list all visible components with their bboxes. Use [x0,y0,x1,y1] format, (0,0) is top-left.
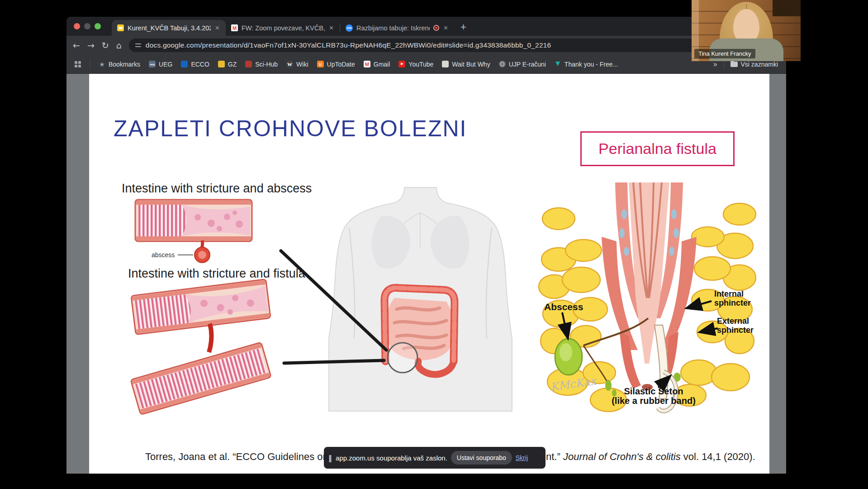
citation-journal: Journal of Crohn's & colitis [563,451,681,462]
home-icon[interactable]: ⌂ [116,41,122,50]
bookmark-label: Wait But Why [452,61,490,68]
new-tab-button[interactable]: + [460,21,466,33]
tab-close-icon[interactable]: × [443,24,449,32]
gmail-favicon: M [364,61,370,67]
google-slides-icon [117,24,124,31]
tab-recording-icon [433,25,439,31]
ecco-favicon [181,61,188,67]
external-sphincter-label-2: sphincter [717,326,754,335]
bookmark-ujp[interactable]: UJP E-računi [499,61,546,68]
pause-icon[interactable]: ‖ [328,454,332,462]
cabinet [773,0,801,16]
bookmark-label: Wiki [296,61,308,68]
browser-window: Kurent_KVČB Tabuji, 3.4.202 × M FW: Zoom… [66,17,786,474]
address-bar[interactable]: docs.google.com/presentation/d/1vaoFn7of… [129,38,780,52]
wiki-favicon: W [286,61,293,67]
participant-name-label: Tina Kurent Francky [694,49,755,58]
tab-strip: Kurent_KVČB Tabuji, 3.4.202 × M FW: Zoom… [66,17,786,36]
tab-label: Kurent_KVČB Tabuji, 3.4.202 [128,24,211,32]
tab-zoom[interactable]: zm Razbijamo tabuje: Iskreno × [340,20,454,36]
star-icon: ★ [99,61,105,67]
all-bookmarks-label: Vsi zaznamki [741,61,778,68]
close-window-button[interactable] [74,23,80,29]
reload-icon[interactable]: ↻ [102,41,109,50]
ueg-favicon: ueg [149,61,156,67]
screen-share-stage: Kurent_KVČB Tabuji, 3.4.202 × M FW: Zoom… [0,0,868,489]
bookmark-bookmarks[interactable]: ★ Bookmarks [99,61,140,68]
bookmark-label: Thank you - Free... [564,61,618,68]
bookmark-ecco[interactable]: ECCO [181,61,209,68]
gz-favicon [218,61,225,67]
bookmark-youtube[interactable]: YouTube [398,61,433,68]
tab-label: Razbijamo tabuje: Iskreno [356,24,430,32]
abscess-label: Abscess [544,302,583,312]
thankyou-favicon [555,61,561,67]
share-message: app.zoom.us souporablja vaš zaslon. [336,454,447,462]
bookmark-waitbutwhy[interactable]: Wait But Why [442,61,490,68]
waitbutwhy-favicon [442,61,449,67]
browser-content: ZAPLETI CROHNOVE BOLEZNI Perianalna fist… [66,74,786,474]
bookmark-wiki[interactable]: W Wiki [286,61,308,68]
seton-label-2: (like a rubber band) [612,396,696,406]
bookmark-label: ECCO [191,61,209,68]
seton-label-1: Silastic Seton [624,386,683,396]
internal-sphincter-label-2: sphincter [714,298,751,307]
scihub-favicon [245,61,252,67]
internal-sphincter-label-1: Internal [714,289,744,298]
citation-right-prefix: nt.” [546,451,563,462]
bookmarks-overflow-icon[interactable]: » [713,60,717,68]
bookmark-scihub[interactable]: Sci-Hub [245,61,278,68]
tab-close-icon[interactable]: × [214,24,220,32]
citation-left: Torres, Joana et al. “ECCO Guidelines on [145,451,328,463]
external-sphincter-label-1: External [717,316,749,326]
ujp-favicon [499,61,506,67]
bookmark-label: Sci-Hub [255,61,278,68]
bookmark-gz[interactable]: GZ [218,61,237,68]
bookmark-label: YouTube [408,61,433,68]
presentation-slide: ZAPLETI CROHNOVE BOLEZNI Perianalna fist… [89,74,769,474]
youtube-favicon [398,61,405,67]
citation-right-suffix: vol. 14,1 (2020). [681,451,755,462]
uptodate-favicon: U [317,61,324,67]
bookmark-label: GZ [228,61,237,68]
bookmark-label: Bookmarks [109,61,140,68]
bookmarks-separator [90,60,90,69]
webcam-tile: Tina Kurent Francky [692,0,801,61]
tab-label: FW: Zoom povezave, KVČB, [242,24,325,32]
site-info-icon[interactable] [135,43,141,47]
all-bookmarks-button[interactable]: Vsi zaznamki [730,61,778,68]
citation-right: nt.” Journal of Crohn's & colitis vol. 1… [546,451,755,463]
tab-close-icon[interactable]: × [328,24,334,32]
bookmark-ueg[interactable]: ueg UEG [149,61,172,68]
back-icon[interactable]: ← [73,41,80,50]
apps-grid-icon[interactable] [75,61,81,67]
bookmark-label: UEG [159,61,172,68]
zoom-share-banner: ‖ app.zoom.us souporablja vaš zaslon. Us… [324,447,545,469]
perianal-fistula-figure: Abscess Internal sphincter External sphi… [541,182,758,413]
forward-icon[interactable]: → [87,41,95,50]
hide-banner-link[interactable]: Skrij [516,454,528,461]
bookmark-label: UJP E-računi [509,61,546,68]
zoom-icon: zm [346,24,353,32]
bookmarks-bar: ★ Bookmarks ueg UEG ECCO GZ Sci-Hub W W [66,55,786,74]
window-controls [74,17,101,36]
stop-share-button[interactable]: Ustavi souporabo [451,451,512,465]
browser-toolbar: ← → ↻ ⌂ docs.google.com/presentation/d/1… [66,36,786,55]
folder-icon [730,62,738,67]
gmail-icon: M [231,24,238,31]
minimize-window-button[interactable] [84,23,90,29]
url-text: docs.google.com/presentation/d/1vaoFn7of… [146,41,753,49]
bookmark-gmail[interactable]: M Gmail [364,61,390,68]
bookmark-thankyou[interactable]: Thank you - Free... [555,61,618,68]
fullscreen-window-button[interactable] [95,23,101,29]
tab-slides[interactable]: Kurent_KVČB Tabuji, 3.4.202 × [112,20,226,36]
tab-gmail[interactable]: M FW: Zoom povezave, KVČB, × [226,20,340,36]
bookmark-label: Gmail [374,61,390,68]
bookmark-label: UpToDate [327,61,355,68]
bookmark-uptodate[interactable]: U UpToDate [317,61,355,68]
